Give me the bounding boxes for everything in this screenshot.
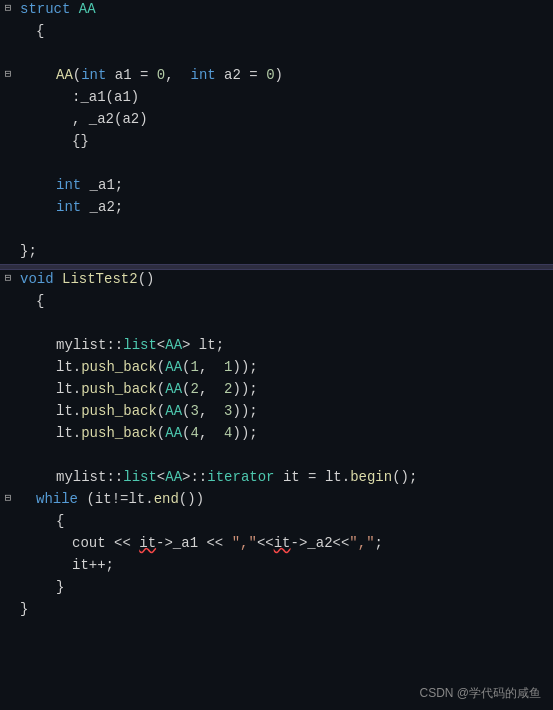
line: lt.push_back(AA(3, 3)); (0, 402, 553, 424)
line: lt.push_back(AA(2, 2)); (0, 380, 553, 402)
code-editor: ⊟ struct AA { ⊟ AA(int a1 = 0, int (0, 0, 553, 710)
code-line: int _a2; (32, 199, 553, 215)
line: ⊟ void ListTest2() (0, 270, 553, 292)
code-line: { (32, 293, 553, 309)
line: ⊟ while (it!=lt.end()) (0, 490, 553, 512)
function-block: ⊟ void ListTest2() { mylist::list<A (0, 270, 553, 622)
code-line: mylist::list<AA>::iterator it = lt.begin… (32, 469, 553, 485)
struct-block: ⊟ struct AA { ⊟ AA(int a1 = 0, int (0, 0, 553, 264)
line: } (0, 600, 553, 622)
line: } (0, 578, 553, 600)
line: cout << it->_a1 << ","<<it->_a2<<","; (0, 534, 553, 556)
fold-button[interactable]: ⊟ (0, 271, 16, 284)
line: ⊟ struct AA (0, 0, 553, 22)
line: mylist::list<AA> lt; (0, 336, 553, 358)
fold-button[interactable]: ⊟ (0, 1, 16, 14)
fold-button[interactable]: ⊟ (0, 67, 16, 80)
brace: { (36, 23, 44, 39)
line (0, 220, 553, 242)
code-line: cout << it->_a1 << ","<<it->_a2<<","; (48, 535, 553, 551)
line: lt.push_back(AA(4, 4)); (0, 424, 553, 446)
code-line: lt.push_back(AA(4, 4)); (32, 425, 553, 441)
line: :_a1(a1) (0, 88, 553, 110)
line: ⊟ AA(int a1 = 0, int a2 = 0) (0, 66, 553, 88)
line: { (0, 22, 553, 44)
code-line: :_a1(a1) (48, 89, 553, 105)
line: }; (0, 242, 553, 264)
line: {} (0, 132, 553, 154)
line: int _a1; (0, 176, 553, 198)
code-line: lt.push_back(AA(2, 2)); (32, 381, 553, 397)
keyword: struct (20, 1, 79, 17)
code-line: } (16, 601, 553, 617)
line (0, 446, 553, 468)
code-line: struct AA (16, 1, 553, 17)
line: , _a2(a2) (0, 110, 553, 132)
line: it++; (0, 556, 553, 578)
watermark: CSDN @学代码的咸鱼 (419, 685, 541, 702)
line: int _a2; (0, 198, 553, 220)
line (0, 44, 553, 66)
line (0, 154, 553, 176)
code-line: AA(int a1 = 0, int a2 = 0) (32, 67, 553, 83)
line: { (0, 512, 553, 534)
code-line: {} (48, 133, 553, 149)
code-line: lt.push_back(AA(3, 3)); (32, 403, 553, 419)
code-line: , _a2(a2) (48, 111, 553, 127)
code-line: { (32, 513, 553, 529)
line (0, 314, 553, 336)
code-line: int _a1; (32, 177, 553, 193)
code-line: lt.push_back(AA(1, 1)); (32, 359, 553, 375)
code-line: mylist::list<AA> lt; (32, 337, 553, 353)
code-line: void ListTest2() (16, 271, 553, 287)
code-line: { (32, 23, 553, 39)
line: { (0, 292, 553, 314)
line: lt.push_back(AA(1, 1)); (0, 358, 553, 380)
code-line: it++; (48, 557, 553, 573)
function-name: AA (56, 67, 73, 83)
line: mylist::list<AA>::iterator it = lt.begin… (0, 468, 553, 490)
code-line: } (32, 579, 553, 595)
code-line: while (it!=lt.end()) (32, 491, 553, 507)
code-line: }; (16, 243, 553, 259)
type-name: AA (79, 1, 96, 17)
fold-button[interactable]: ⊟ (0, 491, 16, 504)
